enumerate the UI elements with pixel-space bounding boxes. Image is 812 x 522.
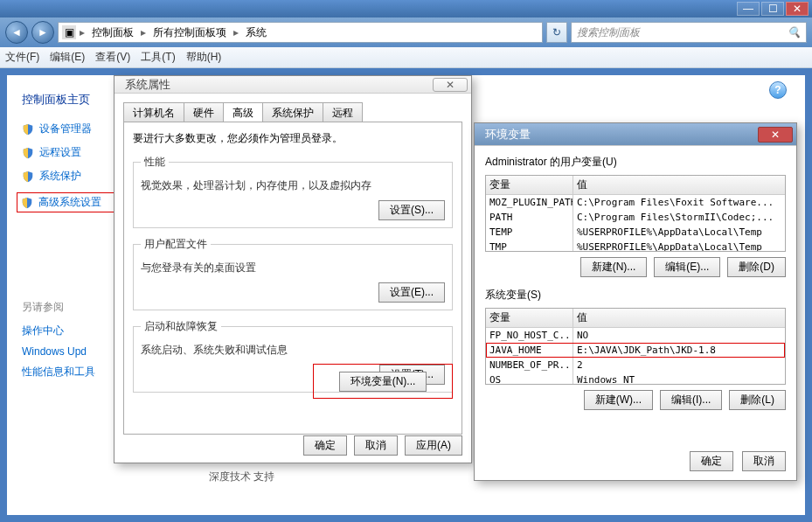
performance-group: 性能 视觉效果，处理器计划，内存使用，以及虚拟内存 设置(S)... — [133, 155, 453, 228]
user-edit-button[interactable]: 编辑(E)... — [654, 257, 720, 277]
cancel-button[interactable]: 取消 — [354, 435, 398, 456]
menu-file[interactable]: 文件(F) — [5, 50, 39, 65]
var-value: Windows NT — [573, 372, 785, 385]
table-row[interactable]: OSWindows NT — [486, 372, 785, 385]
var-name: JAVA_HOME — [486, 343, 573, 358]
sidebar-item-label: 远程设置 — [39, 145, 81, 160]
sys-new-button[interactable]: 新建(W)... — [584, 390, 653, 410]
back-button[interactable]: ◄ — [5, 21, 28, 44]
system-variables-section: 系统变量(S) 变量 值 FP_NO_HOST_C...NOJAVA_HOMEE… — [485, 288, 786, 410]
dialog-title: 环境变量 — [478, 127, 531, 143]
user-vars-grid[interactable]: 变量 值 MOZ_PLUGIN_PATHC:\Program Files\Fox… — [485, 175, 786, 252]
col-value[interactable]: 值 — [573, 176, 785, 194]
breadcrumb-item[interactable]: 系统 — [242, 25, 270, 40]
table-row[interactable]: PATHC:\Program Files\StormII\Codec;... — [486, 210, 785, 225]
group-label: 用户配置文件 — [141, 237, 211, 252]
environment-variables-button[interactable]: 环境变量(N)... — [339, 372, 427, 392]
breadcrumb-bar[interactable]: ▣ ▸ 控制面板 ▸ 所有控制面板项 ▸ 系统 — [58, 22, 543, 43]
table-row[interactable]: NUMBER_OF_PR...2 — [486, 358, 785, 372]
menu-edit[interactable]: 编辑(E) — [50, 50, 85, 65]
control-panel-icon: ▣ — [62, 25, 76, 39]
menu-view[interactable]: 查看(V) — [95, 50, 130, 65]
var-value: E:\JAVA\JDK_Path\JKD-1.8 — [573, 343, 785, 358]
dialog-footer: 确定 取消 应用(A) — [303, 435, 462, 456]
refresh-button[interactable]: ↻ — [546, 22, 567, 43]
maximize-button[interactable]: ☐ — [761, 2, 784, 16]
user-delete-button[interactable]: 删除(D) — [727, 257, 786, 277]
tab-computer-name[interactable]: 计算机名 — [123, 102, 184, 122]
col-variable[interactable]: 变量 — [486, 309, 573, 327]
table-row[interactable]: JAVA_HOMEE:\JAVA\JDK_Path\JKD-1.8 — [486, 343, 785, 358]
menu-help[interactable]: 帮助(H) — [186, 50, 222, 65]
table-row[interactable]: FP_NO_HOST_C...NO — [486, 328, 785, 343]
system-properties-dialog: 系统属性 ✕ 计算机名 硬件 高级 系统保护 远程 要进行大多数更改，您必须作为… — [114, 75, 472, 463]
sidebar-item-label: 系统保护 — [39, 169, 81, 184]
dialog-footer: 确定 取消 — [679, 451, 796, 471]
user-variables-section: Administrator 的用户变量(U) 变量 值 MOZ_PLUGIN_P… — [485, 155, 786, 277]
footer-branding: 深度技术 支持 — [209, 470, 274, 484]
search-input[interactable]: 搜索控制面板 🔍 — [571, 22, 807, 43]
col-value[interactable]: 值 — [573, 309, 785, 327]
chevron-right-icon: ▸ — [233, 26, 239, 38]
user-vars-label: Administrator 的用户变量(U) — [485, 155, 786, 170]
dialog-close-button[interactable]: ✕ — [758, 127, 793, 143]
dialog-titlebar: 环境变量 ✕ — [475, 123, 796, 146]
sidebar-item-label: 设备管理器 — [39, 122, 92, 136]
table-row[interactable]: TMP%USERPROFILE%\AppData\Local\Temp — [486, 240, 785, 252]
forward-button[interactable]: ► — [31, 21, 54, 44]
tab-hardware[interactable]: 硬件 — [184, 102, 224, 122]
col-variable[interactable]: 变量 — [486, 176, 573, 194]
var-value: 2 — [573, 358, 785, 372]
performance-settings-button[interactable]: 设置(S)... — [378, 200, 445, 220]
group-label: 启动和故障恢复 — [141, 319, 221, 334]
user-new-button[interactable]: 新建(N)... — [580, 257, 648, 277]
dialog-close-button[interactable]: ✕ — [433, 78, 468, 92]
table-row[interactable]: TEMP%USERPROFILE%\AppData\Local\Temp — [486, 225, 785, 240]
var-name: NUMBER_OF_PR... — [486, 358, 573, 372]
sys-edit-button[interactable]: 编辑(I)... — [660, 390, 722, 410]
group-desc: 与您登录有关的桌面设置 — [141, 261, 445, 275]
group-label: 性能 — [141, 155, 169, 170]
user-profile-group: 用户配置文件 与您登录有关的桌面设置 设置(E)... — [133, 237, 453, 310]
var-value: C:\Program Files\Foxit Software... — [573, 195, 785, 210]
var-name: PATH — [486, 210, 573, 225]
sys-vars-grid[interactable]: 变量 值 FP_NO_HOST_C...NOJAVA_HOMEE:\JAVA\J… — [485, 308, 786, 385]
var-name: TEMP — [486, 225, 573, 240]
ok-button[interactable]: 确定 — [690, 451, 733, 471]
ok-button[interactable]: 确定 — [303, 435, 347, 456]
breadcrumb-item[interactable]: 控制面板 — [88, 25, 137, 40]
var-value: C:\Program Files\StormII\Codec;... — [573, 210, 785, 225]
tab-remote[interactable]: 远程 — [323, 102, 363, 122]
group-desc: 视觉效果，处理器计划，内存使用，以及虚拟内存 — [141, 178, 445, 193]
tab-body: 要进行大多数更改，您必须作为管理员登录。 性能 视觉效果，处理器计划，内存使用，… — [123, 122, 462, 435]
environment-variables-dialog: 环境变量 ✕ Administrator 的用户变量(U) 变量 值 MOZ_P… — [474, 122, 797, 481]
minimize-button[interactable]: — — [737, 2, 760, 16]
chevron-right-icon: ▸ — [80, 26, 85, 38]
tabs: 计算机名 硬件 高级 系统保护 远程 — [123, 102, 462, 122]
dialog-titlebar: 系统属性 ✕ — [115, 76, 471, 94]
tab-advanced[interactable]: 高级 — [223, 102, 263, 122]
menu-bar: 文件(F) 编辑(E) 查看(V) 工具(T) 帮助(H) — [0, 47, 812, 68]
group-desc: 系统启动、系统失败和调试信息 — [141, 343, 445, 358]
navigation-bar: ◄ ► ▣ ▸ 控制面板 ▸ 所有控制面板项 ▸ 系统 ↻ 搜索控制面板 🔍 — [0, 17, 812, 47]
var-value: %USERPROFILE%\AppData\Local\Temp — [573, 240, 785, 252]
shield-icon — [22, 147, 34, 159]
profile-settings-button[interactable]: 设置(E)... — [378, 282, 445, 303]
breadcrumb-item[interactable]: 所有控制面板项 — [149, 25, 230, 40]
menu-tools[interactable]: 工具(T) — [141, 50, 175, 65]
chevron-right-icon: ▸ — [141, 26, 146, 38]
shield-icon — [21, 197, 33, 209]
var-name: MOZ_PLUGIN_PATH — [486, 195, 573, 210]
table-row[interactable]: MOZ_PLUGIN_PATHC:\Program Files\Foxit So… — [486, 195, 785, 210]
tab-system-protection[interactable]: 系统保护 — [262, 102, 323, 122]
sys-delete-button[interactable]: 删除(L) — [729, 390, 786, 410]
sys-vars-label: 系统变量(S) — [485, 288, 786, 303]
admin-required-text: 要进行大多数更改，您必须作为管理员登录。 — [133, 131, 453, 146]
sidebar-item-label: 高级系统设置 — [38, 195, 101, 210]
window-titlebar: — ☐ ✕ — [0, 0, 812, 17]
cancel-button[interactable]: 取消 — [742, 451, 786, 471]
close-button[interactable]: ✕ — [786, 2, 809, 16]
search-icon[interactable]: 🔍 — [788, 26, 801, 38]
apply-button[interactable]: 应用(A) — [405, 435, 462, 456]
search-placeholder: 搜索控制面板 — [577, 25, 640, 40]
